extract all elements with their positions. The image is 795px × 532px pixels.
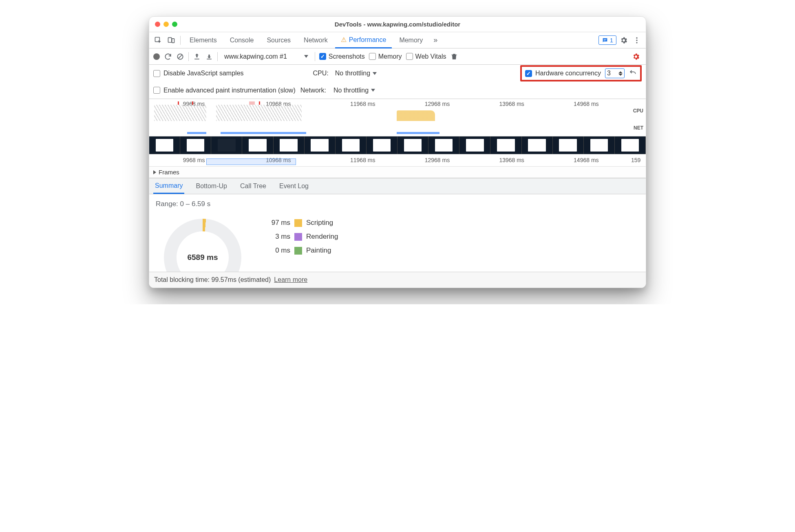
- disable-js-checkbox[interactable]: Disable JavaScript samples: [153, 70, 244, 77]
- svg-rect-3: [603, 39, 606, 40]
- tab-sources[interactable]: Sources: [261, 32, 296, 48]
- page-select-dropdown[interactable]: www.kapwing.com #1: [222, 52, 311, 61]
- summary-legend: 97 ms Scripting 3 ms Rendering 0 ms Pain…: [261, 219, 338, 255]
- memory-label: Memory: [378, 53, 402, 60]
- legend-ms: 0 ms: [261, 246, 290, 255]
- checkbox-icon: [153, 70, 160, 77]
- long-task-marker: [192, 101, 193, 105]
- tab-console[interactable]: Console: [224, 32, 260, 48]
- web-vitals-checkbox[interactable]: Web Vitals: [406, 53, 446, 60]
- screenshots-label: Screenshots: [329, 53, 365, 60]
- tab-memory[interactable]: Memory: [393, 32, 428, 48]
- trash-icon[interactable]: [450, 53, 458, 61]
- svg-rect-10: [207, 59, 212, 59]
- legend-swatch: [294, 219, 302, 227]
- filmstrip-frame[interactable]: [149, 136, 180, 154]
- screenshots-filmstrip[interactable]: [149, 136, 646, 154]
- load-profile-icon[interactable]: [193, 53, 201, 61]
- legend-label: Scripting: [306, 219, 333, 227]
- divider: [217, 52, 218, 61]
- filmstrip-frame[interactable]: [305, 136, 336, 154]
- filmstrip-frame[interactable]: [522, 136, 553, 154]
- device-toolbar-icon[interactable]: [166, 35, 177, 46]
- learn-more-link[interactable]: Learn more: [274, 276, 307, 284]
- minimize-window-button[interactable]: [163, 22, 169, 27]
- reset-concurrency-button[interactable]: [629, 68, 637, 78]
- more-tabs-button[interactable]: »: [430, 36, 441, 44]
- maximize-window-button[interactable]: [172, 22, 177, 27]
- tab-network[interactable]: Network: [298, 32, 333, 48]
- save-profile-icon[interactable]: [205, 53, 213, 61]
- main-tabbar: Elements Console Sources Network ⚠ Perfo…: [149, 32, 646, 48]
- svg-rect-9: [194, 59, 199, 59]
- time-tick: 159: [631, 157, 640, 163]
- reload-button[interactable]: [164, 53, 172, 61]
- titlebar: DevTools - www.kapwing.com/studio/editor: [149, 17, 646, 32]
- legend-swatch: [294, 233, 302, 241]
- timeline-overview[interactable]: 9968 ms 10968 ms 11968 ms 12968 ms 13968…: [149, 99, 646, 136]
- filmstrip-frame[interactable]: [274, 136, 305, 154]
- clear-button[interactable]: [176, 53, 184, 61]
- number-stepper[interactable]: [618, 71, 623, 76]
- cpu-throttling-value: No throttling: [335, 70, 370, 77]
- chevron-down-icon: [304, 55, 308, 58]
- long-task-marker: [249, 101, 255, 105]
- settings-icon[interactable]: [618, 35, 629, 46]
- tab-elements[interactable]: Elements: [184, 32, 223, 48]
- enable-paint-checkbox[interactable]: Enable advanced paint instrumentation (s…: [153, 87, 296, 94]
- hardware-concurrency-value: 3: [607, 70, 616, 77]
- time-tick: 14968 ms: [574, 157, 598, 163]
- kebab-menu-icon[interactable]: [631, 35, 643, 46]
- frames-section-label: Frames: [159, 169, 179, 176]
- checkbox-icon: [153, 87, 160, 94]
- filmstrip-frame[interactable]: [584, 136, 615, 154]
- long-task-marker: [259, 101, 260, 105]
- screenshots-checkbox[interactable]: Screenshots: [319, 53, 365, 60]
- devtools-window: DevTools - www.kapwing.com/studio/editor…: [149, 16, 646, 288]
- svg-point-7: [636, 42, 637, 43]
- filmstrip-frame[interactable]: [490, 136, 521, 154]
- frames-section-header[interactable]: Frames: [149, 167, 646, 178]
- tab-bottom-up[interactable]: Bottom-Up: [194, 179, 228, 193]
- long-task-marker: [178, 101, 179, 105]
- cpu-throttling-dropdown[interactable]: No throttling: [333, 69, 379, 78]
- tab-summary[interactable]: Summary: [153, 179, 184, 194]
- svg-rect-11: [452, 55, 457, 55]
- filmstrip-frame[interactable]: [211, 136, 242, 154]
- filmstrip-frame[interactable]: [242, 136, 273, 154]
- svg-point-5: [636, 37, 637, 38]
- network-throttling-dropdown[interactable]: No throttling: [331, 86, 378, 95]
- time-tick: 13968 ms: [499, 157, 524, 163]
- filmstrip-frame[interactable]: [180, 136, 211, 154]
- chat-icon: [602, 37, 608, 44]
- divider: [188, 52, 189, 61]
- network-label: Network:: [300, 87, 326, 94]
- total-blocking-time: Total blocking time: 99.57ms (estimated): [154, 276, 271, 284]
- hardware-concurrency-checkbox[interactable]: Hardware concurrency: [525, 70, 601, 77]
- network-throttling-value: No throttling: [333, 87, 369, 94]
- filmstrip-frame[interactable]: [459, 136, 490, 154]
- time-tick: 11968 ms: [350, 157, 375, 163]
- hardware-concurrency-input[interactable]: 3: [605, 68, 625, 78]
- filmstrip-frame[interactable]: [428, 136, 459, 154]
- filmstrip-frame[interactable]: [367, 136, 398, 154]
- window-title: DevTools - www.kapwing.com/studio/editor: [149, 21, 646, 28]
- divider: [315, 52, 315, 61]
- filmstrip-frame[interactable]: [615, 136, 646, 154]
- summary-total: 6589 ms: [187, 253, 218, 262]
- capture-settings-icon[interactable]: [630, 51, 642, 62]
- options-row-1: Disable JavaScript samples CPU: No throt…: [149, 65, 646, 82]
- close-window-button[interactable]: [155, 22, 160, 27]
- memory-checkbox[interactable]: Memory: [369, 53, 402, 60]
- filmstrip-frame[interactable]: [336, 136, 367, 154]
- record-button[interactable]: [153, 53, 160, 60]
- issues-badge[interactable]: 1: [598, 35, 616, 45]
- tab-call-tree[interactable]: Call Tree: [238, 179, 268, 193]
- tab-event-log[interactable]: Event Log: [278, 179, 310, 193]
- tab-performance[interactable]: ⚠ Performance: [335, 32, 392, 48]
- filmstrip-frame[interactable]: [553, 136, 584, 154]
- disable-js-label: Disable JavaScript samples: [163, 70, 244, 77]
- inspect-element-icon[interactable]: [152, 35, 164, 46]
- filmstrip-frame[interactable]: [398, 136, 428, 154]
- flamechart-ruler[interactable]: 9968 ms 10968 ms 11968 ms 12968 ms 13968…: [149, 154, 646, 167]
